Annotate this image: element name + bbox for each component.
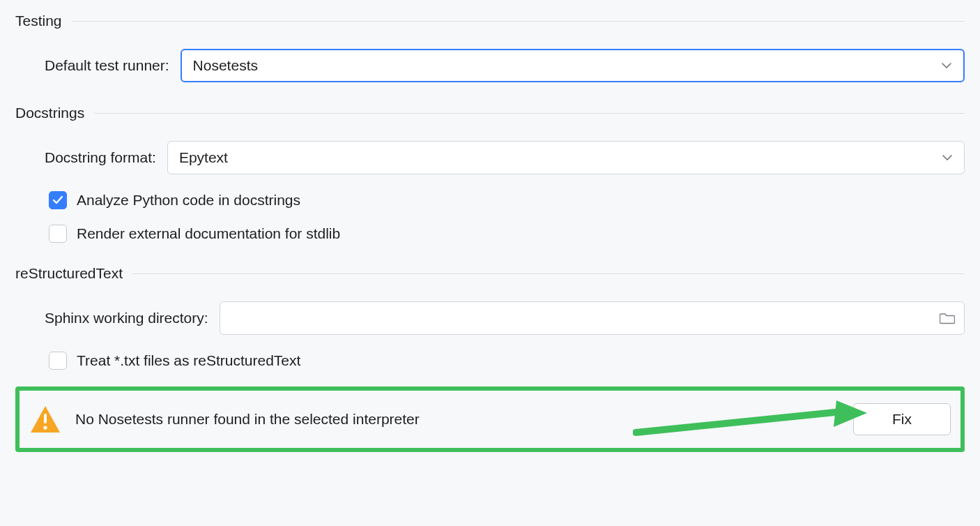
section-title-docstrings: Docstrings [15, 105, 84, 121]
checkbox-analyze-python[interactable] [49, 191, 67, 209]
dropdown-value: Nosetests [193, 57, 941, 74]
label-render-stdlib: Render external documentation for stdlib [77, 225, 340, 242]
svg-rect-0 [44, 414, 47, 423]
annotation-highlight: No Nosetests runner found in the selecte… [15, 386, 965, 452]
section-testing: Testing Default test runner: Nosetests [15, 13, 965, 82]
section-header-testing: Testing [15, 13, 965, 29]
fix-button[interactable]: Fix [853, 403, 951, 435]
svg-point-1 [43, 426, 47, 429]
input-wrap-sphinx-dir [220, 301, 965, 335]
section-docstrings: Docstrings Docstring format: Epytext Ana… [15, 105, 965, 243]
field-docstring-format: Docstring format: Epytext [15, 141, 965, 174]
divider [132, 273, 965, 274]
section-header-docstrings: Docstrings [15, 105, 965, 121]
label-sphinx-dir: Sphinx working directory: [45, 310, 208, 326]
checkbox-render-stdlib[interactable] [49, 225, 67, 243]
section-rst: reStructuredText Sphinx working director… [15, 265, 965, 370]
label-default-test-runner: Default test runner: [45, 57, 169, 74]
dropdown-docstring-format[interactable]: Epytext [167, 141, 965, 174]
dropdown-value: Epytext [179, 149, 942, 166]
warning-banner: No Nosetests runner found in the selecte… [29, 403, 951, 435]
input-sphinx-dir[interactable] [231, 310, 939, 326]
label-docstring-format: Docstring format: [45, 149, 156, 166]
fix-button-label: Fix [892, 411, 912, 428]
warning-message: No Nosetests runner found in the selecte… [75, 411, 839, 428]
folder-icon[interactable] [939, 310, 956, 326]
divider [94, 113, 965, 114]
section-title-rst: reStructuredText [15, 265, 123, 282]
section-header-rst: reStructuredText [15, 265, 965, 282]
warning-icon [29, 405, 61, 434]
divider [72, 21, 965, 22]
chevron-down-icon [941, 60, 952, 71]
checkbox-row-treat-txt: Treat *.txt files as reStructuredText [15, 352, 965, 370]
label-treat-txt: Treat *.txt files as reStructuredText [77, 352, 300, 369]
field-default-test-runner: Default test runner: Nosetests [15, 49, 965, 82]
label-analyze-python: Analyze Python code in docstrings [77, 192, 300, 209]
section-title-testing: Testing [15, 13, 62, 29]
checkbox-treat-txt[interactable] [49, 352, 67, 370]
field-sphinx-dir: Sphinx working directory: [15, 301, 965, 335]
checkbox-row-render-stdlib: Render external documentation for stdlib [15, 225, 965, 243]
checkbox-row-analyze: Analyze Python code in docstrings [15, 191, 965, 209]
chevron-down-icon [942, 152, 953, 163]
dropdown-default-test-runner[interactable]: Nosetests [181, 49, 965, 82]
